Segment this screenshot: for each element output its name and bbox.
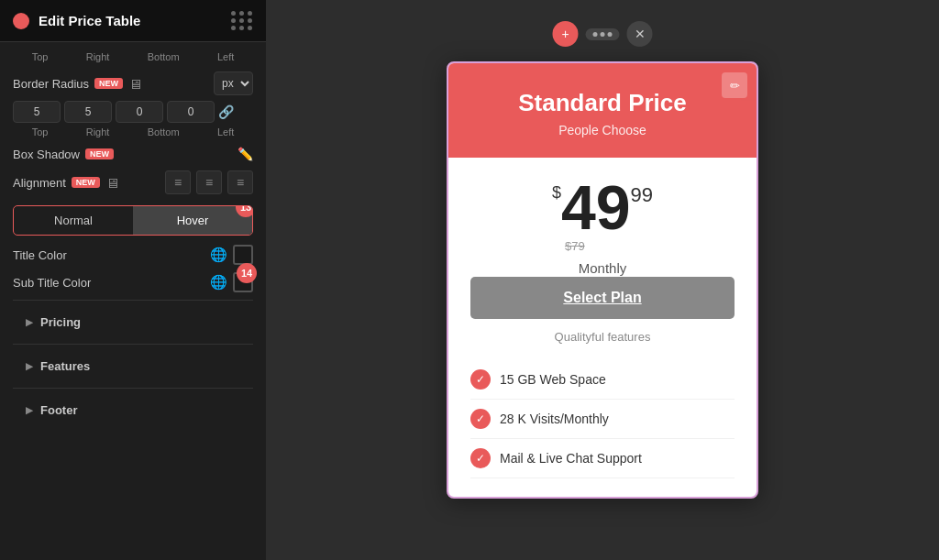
- feature-check-2: ✓: [470, 448, 491, 468]
- feature-text-1: 28 K Visits/Monthly: [500, 412, 609, 426]
- box-shadow-section: Box Shadow NEW ✏️: [13, 147, 253, 161]
- sub-label-right: Right: [86, 126, 110, 137]
- footer-section: ▶ Footer: [13, 388, 253, 432]
- price-period: Monthly: [470, 260, 735, 277]
- annotation-14: 14: [741, 146, 758, 173]
- normal-hover-toggle: Normal Hover 13: [13, 205, 253, 236]
- subtitle-globe-icon[interactable]: 🌐: [210, 274, 227, 291]
- feature-text-2: Mail & Live Chat Support: [500, 451, 642, 466]
- box-shadow-new-badge: NEW: [85, 148, 114, 159]
- pricing-chevron: ▶: [26, 317, 33, 327]
- panel-body: Top Right Bottom Left Border Radius NEW …: [0, 42, 266, 560]
- border-radius-label-row: Border Radius NEW 🖥 px %: [13, 71, 253, 95]
- header-left: Edit Price Table: [13, 13, 140, 29]
- toolbar-dots: [586, 28, 620, 40]
- border-radius-section: Border Radius NEW 🖥 px % 🔗 Top Right: [13, 71, 253, 137]
- px-select[interactable]: px %: [214, 71, 253, 95]
- feature-item-1: ✓ 28 K Visits/Monthly: [470, 400, 735, 439]
- panel-header: Edit Price Table: [0, 0, 266, 42]
- feature-check-1: ✓: [470, 409, 491, 429]
- footer-chevron: ▶: [26, 405, 33, 415]
- alignment-buttons: ≡ ≡ ≡: [165, 170, 253, 194]
- add-button[interactable]: +: [553, 21, 579, 47]
- features-section: ▶ Features: [13, 344, 253, 388]
- title-color-swatch[interactable]: [233, 245, 253, 265]
- alignment-section: Alignment NEW 🖥 ≡ ≡ ≡: [13, 170, 253, 194]
- subtitle-color-controls: 🌐 14: [210, 272, 253, 292]
- border-top-input[interactable]: [13, 101, 61, 123]
- sub-label-left: Left: [217, 126, 234, 137]
- title-globe-icon[interactable]: 🌐: [210, 247, 227, 263]
- card-toolbar: + ✕: [553, 21, 653, 47]
- price-cents: 99: [631, 183, 653, 207]
- normal-btn[interactable]: Normal: [14, 206, 133, 235]
- border-left-input[interactable]: [167, 101, 215, 123]
- panel-title: Edit Price Table: [39, 13, 140, 28]
- label-right: Right: [86, 51, 110, 62]
- alignment-new-badge: NEW: [72, 177, 100, 188]
- annotation-13: 13: [741, 91, 758, 118]
- title-color-row: Title Color 🌐: [13, 245, 253, 265]
- subtitle-color-label: Sub Title Color: [13, 276, 91, 290]
- left-panel: Edit Price Table Top Right Bottom Left B…: [0, 0, 266, 560]
- quality-text: Qualityful features: [470, 330, 735, 344]
- grid-icon[interactable]: [231, 11, 253, 30]
- label-top: Top: [32, 51, 49, 62]
- feature-text-0: 15 GB Web Space: [500, 372, 606, 387]
- price-card: ✏ Standard Price People Choose 13: [447, 61, 758, 499]
- feature-check-0: ✓: [470, 369, 491, 390]
- feature-item-0: ✓ 15 GB Web Space: [470, 360, 735, 400]
- features-label: Features: [40, 359, 90, 373]
- label-left: Left: [217, 51, 234, 62]
- features-header[interactable]: ▶ Features: [13, 356, 253, 377]
- align-center-btn[interactable]: ≡: [196, 170, 222, 194]
- pricing-header[interactable]: ▶ Pricing: [13, 312, 253, 333]
- box-shadow-label: Box Shadow NEW: [13, 148, 114, 161]
- title-color-controls: 🌐: [210, 245, 253, 265]
- price-original: $79: [565, 239, 585, 253]
- alignment-label: Alignment NEW 🖥: [13, 175, 119, 191]
- align-left-btn[interactable]: ≡: [165, 170, 191, 194]
- alignment-label-row: Alignment NEW 🖥 ≡ ≡ ≡: [13, 170, 253, 194]
- align-right-btn[interactable]: ≡: [227, 170, 253, 194]
- card-body: $ 49 99 $79 Monthly Select Plan Qualit: [448, 158, 757, 497]
- border-radius-inputs: 🔗: [13, 101, 253, 123]
- hover-btn[interactable]: Hover: [133, 206, 252, 235]
- footer-label: Footer: [40, 403, 77, 417]
- sub-label-bottom: Bottom: [148, 126, 180, 137]
- right-area: + ✕ ✏ Standard Price People Choose: [266, 0, 939, 560]
- card-header: ✏ Standard Price People Choose 13: [448, 63, 757, 158]
- new-badge: NEW: [94, 78, 123, 89]
- desktop-icon: 🖥: [128, 76, 142, 92]
- pricing-section: ▶ Pricing: [13, 300, 253, 344]
- sub-label-top: Top: [32, 126, 49, 137]
- box-shadow-edit-icon[interactable]: ✏️: [238, 147, 253, 161]
- card-subtitle: People Choose: [470, 123, 735, 137]
- padding-labels: Top Right Bottom Left: [13, 51, 253, 62]
- price-main-wrap: 49 99 $79: [561, 176, 653, 238]
- subtitle-color-row: Sub Title Color 🌐 14: [13, 272, 253, 292]
- box-shadow-label-row: Box Shadow NEW ✏️: [13, 147, 253, 161]
- logo-dot: [13, 13, 29, 29]
- label-bottom: Bottom: [148, 51, 180, 62]
- border-bottom-input[interactable]: [116, 101, 163, 123]
- price-display: $ 49 99 $79: [470, 176, 735, 238]
- price-main: 49: [561, 176, 631, 238]
- card-wrapper: + ✕ ✏ Standard Price People Choose: [447, 61, 758, 499]
- price-period-text: Monthly: [579, 260, 627, 276]
- link-icon[interactable]: 🔗: [218, 104, 234, 119]
- alignment-desktop-icon: 🖥: [105, 175, 119, 191]
- feature-list: ✓ 15 GB Web Space ✓ 28 K Visits/Monthly …: [470, 360, 735, 478]
- close-button[interactable]: ✕: [627, 21, 653, 47]
- features-chevron: ▶: [26, 361, 33, 371]
- feature-item-2: ✓ Mail & Live Chat Support: [470, 439, 735, 478]
- footer-header[interactable]: ▶ Footer: [13, 400, 253, 421]
- padding-section: Top Right Bottom Left: [13, 51, 253, 62]
- card-title: Standard Price: [470, 89, 735, 117]
- border-radius-sub-labels: Top Right Bottom Left: [13, 126, 253, 137]
- badge-14: 14: [237, 263, 257, 283]
- border-right-input[interactable]: [64, 101, 112, 123]
- pricing-label: Pricing: [40, 315, 81, 329]
- select-plan-button[interactable]: Select Plan: [470, 277, 735, 319]
- title-color-label: Title Color: [13, 248, 67, 262]
